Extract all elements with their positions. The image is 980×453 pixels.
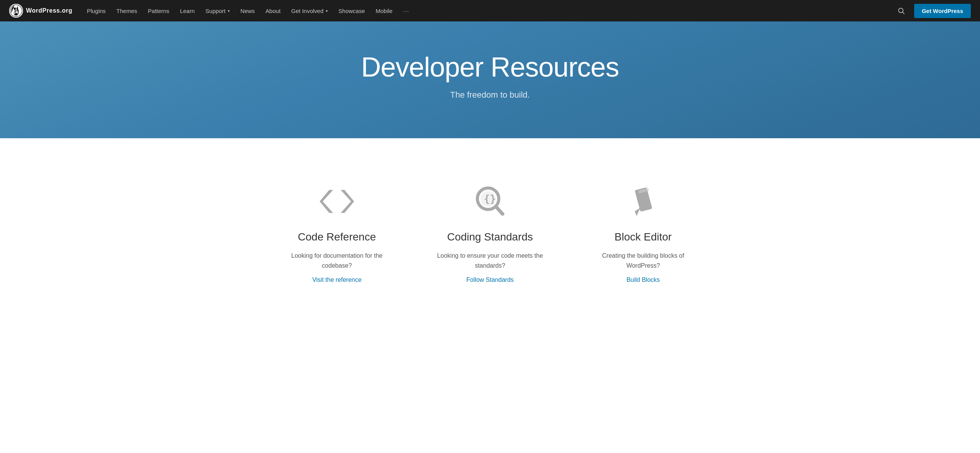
- nav-right-section: Get WordPress: [894, 4, 971, 18]
- cards-section: Code Reference Looking for documentation…: [0, 138, 980, 329]
- hero-title: Developer Resources: [15, 52, 965, 82]
- coding-standards-icon: {}: [473, 184, 507, 219]
- card-code-reference-link[interactable]: Visit the reference: [312, 276, 362, 283]
- nav-get-involved-dropdown[interactable]: Get Involved ▾: [286, 0, 333, 21]
- card-block-editor-title: Block Editor: [614, 231, 671, 243]
- wordpress-logo-link[interactable]: WordPress.org: [9, 4, 72, 18]
- cards-grid: Code Reference Looking for documentation…: [222, 169, 758, 299]
- nav-support-dropdown[interactable]: Support ▾: [200, 0, 235, 21]
- main-navigation: WordPress.org Plugins Themes Patterns Le…: [0, 0, 980, 21]
- block-editor-icon: [629, 184, 658, 219]
- nav-showcase[interactable]: Showcase: [333, 0, 370, 21]
- search-icon: [897, 7, 905, 15]
- svg-line-2: [903, 12, 905, 14]
- svg-line-8: [496, 206, 503, 214]
- card-code-reference: Code Reference Looking for documentation…: [260, 169, 413, 299]
- card-block-editor-description: Creating the building blocks of WordPres…: [585, 251, 701, 270]
- code-reference-icon: [320, 184, 354, 219]
- card-code-reference-title: Code Reference: [298, 231, 376, 243]
- get-involved-chevron-icon: ▾: [326, 9, 328, 13]
- card-coding-standards-description: Looking to ensure your code meets the st…: [432, 251, 548, 270]
- hero-section: Developer Resources The freedom to build…: [0, 21, 980, 138]
- get-wordpress-button[interactable]: Get WordPress: [914, 4, 971, 18]
- nav-news[interactable]: News: [235, 0, 260, 21]
- svg-marker-4: [341, 190, 354, 213]
- card-coding-standards-title: Coding Standards: [447, 231, 533, 243]
- svg-point-1: [898, 8, 903, 13]
- search-button[interactable]: [894, 4, 908, 18]
- nav-about[interactable]: About: [260, 0, 286, 21]
- card-code-reference-description: Looking for documentation for the codeba…: [279, 251, 395, 270]
- support-chevron-icon: ▾: [228, 9, 230, 13]
- nav-more-button[interactable]: ···: [398, 0, 415, 21]
- svg-marker-3: [320, 190, 333, 213]
- svg-text:{}: {}: [484, 193, 496, 204]
- card-block-editor: Block Editor Creating the building block…: [567, 169, 720, 299]
- svg-marker-10: [635, 208, 640, 216]
- nav-learn[interactable]: Learn: [175, 0, 200, 21]
- card-block-editor-link[interactable]: Build Blocks: [626, 276, 660, 283]
- nav-patterns[interactable]: Patterns: [142, 0, 175, 21]
- nav-mobile[interactable]: Mobile: [370, 0, 398, 21]
- logo-text: WordPress.org: [26, 7, 72, 14]
- hero-subtitle: The freedom to build.: [15, 90, 965, 100]
- nav-plugins[interactable]: Plugins: [82, 0, 111, 21]
- nav-links-list: Plugins Themes Patterns Learn Support ▾ …: [82, 0, 894, 21]
- card-coding-standards-link[interactable]: Follow Standards: [466, 276, 514, 283]
- card-coding-standards: {} Coding Standards Looking to ensure yo…: [413, 169, 567, 299]
- nav-themes[interactable]: Themes: [111, 0, 142, 21]
